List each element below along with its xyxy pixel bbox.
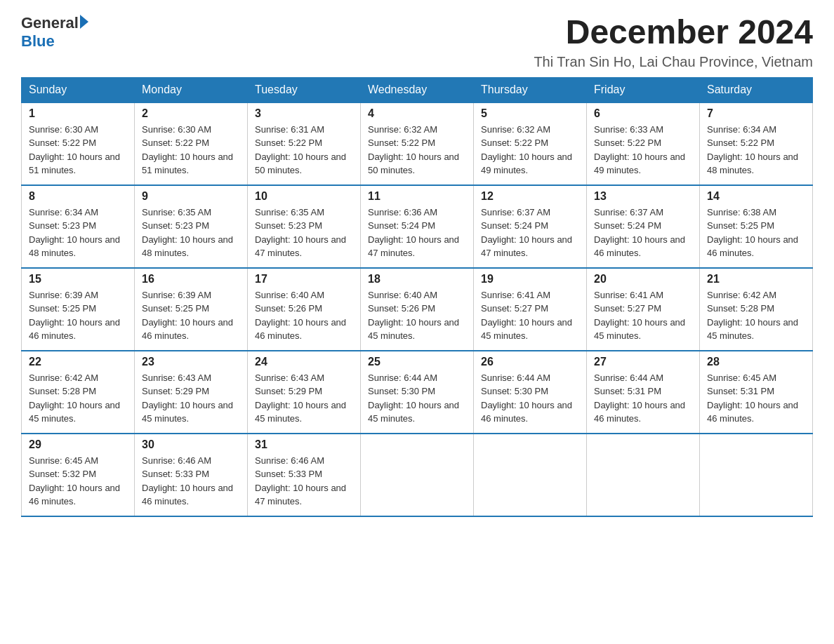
calendar-header-monday: Monday — [135, 77, 248, 102]
day-info: Sunrise: 6:32 AM Sunset: 5:22 PM Dayligh… — [481, 123, 579, 177]
calendar-cell: 27 Sunrise: 6:44 AM Sunset: 5:31 PM Dayl… — [587, 351, 700, 434]
day-info: Sunrise: 6:44 AM Sunset: 5:30 PM Dayligh… — [481, 371, 579, 426]
day-info: Sunrise: 6:35 AM Sunset: 5:23 PM Dayligh… — [255, 206, 353, 260]
day-info: Sunrise: 6:32 AM Sunset: 5:22 PM Dayligh… — [368, 123, 466, 177]
calendar-cell: 30 Sunrise: 6:46 AM Sunset: 5:33 PM Dayl… — [135, 434, 248, 516]
day-info: Sunrise: 6:34 AM Sunset: 5:23 PM Dayligh… — [29, 206, 127, 260]
day-info: Sunrise: 6:35 AM Sunset: 5:23 PM Dayligh… — [142, 206, 240, 260]
calendar-table: SundayMondayTuesdayWednesdayThursdayFrid… — [21, 77, 813, 517]
calendar-week-row: 29 Sunrise: 6:45 AM Sunset: 5:32 PM Dayl… — [22, 434, 813, 516]
location-title: Thi Tran Sin Ho, Lai Chau Province, Viet… — [534, 54, 813, 70]
day-info: Sunrise: 6:33 AM Sunset: 5:22 PM Dayligh… — [594, 123, 692, 177]
day-info: Sunrise: 6:37 AM Sunset: 5:24 PM Dayligh… — [594, 206, 692, 260]
calendar-cell: 15 Sunrise: 6:39 AM Sunset: 5:25 PM Dayl… — [22, 268, 135, 351]
day-info: Sunrise: 6:40 AM Sunset: 5:26 PM Dayligh… — [255, 288, 353, 343]
calendar-cell: 31 Sunrise: 6:46 AM Sunset: 5:33 PM Dayl… — [248, 434, 361, 516]
day-number: 29 — [29, 438, 127, 451]
calendar-cell — [474, 434, 587, 516]
month-title: December 2024 — [534, 14, 813, 51]
calendar-cell: 19 Sunrise: 6:41 AM Sunset: 5:27 PM Dayl… — [474, 268, 587, 351]
calendar-week-row: 15 Sunrise: 6:39 AM Sunset: 5:25 PM Dayl… — [22, 268, 813, 351]
calendar-header-saturday: Saturday — [700, 77, 813, 102]
calendar-cell: 11 Sunrise: 6:36 AM Sunset: 5:24 PM Dayl… — [361, 185, 474, 268]
calendar-header-tuesday: Tuesday — [248, 77, 361, 102]
calendar-cell — [361, 434, 474, 516]
title-area: December 2024 Thi Tran Sin Ho, Lai Chau … — [534, 14, 813, 70]
calendar-cell: 26 Sunrise: 6:44 AM Sunset: 5:30 PM Dayl… — [474, 351, 587, 434]
day-info: Sunrise: 6:40 AM Sunset: 5:26 PM Dayligh… — [368, 288, 466, 343]
day-number: 1 — [29, 107, 127, 120]
calendar-cell: 16 Sunrise: 6:39 AM Sunset: 5:25 PM Dayl… — [135, 268, 248, 351]
calendar-cell: 9 Sunrise: 6:35 AM Sunset: 5:23 PM Dayli… — [135, 185, 248, 268]
day-info: Sunrise: 6:37 AM Sunset: 5:24 PM Dayligh… — [481, 206, 579, 260]
calendar-cell: 12 Sunrise: 6:37 AM Sunset: 5:24 PM Dayl… — [474, 185, 587, 268]
calendar-week-row: 8 Sunrise: 6:34 AM Sunset: 5:23 PM Dayli… — [22, 185, 813, 268]
day-number: 10 — [255, 190, 353, 203]
day-number: 28 — [707, 356, 805, 368]
day-number: 2 — [142, 107, 240, 120]
day-number: 23 — [142, 356, 240, 368]
calendar-cell: 8 Sunrise: 6:34 AM Sunset: 5:23 PM Dayli… — [22, 185, 135, 268]
day-number: 4 — [368, 107, 466, 120]
day-number: 9 — [142, 190, 240, 203]
calendar-cell: 6 Sunrise: 6:33 AM Sunset: 5:22 PM Dayli… — [587, 102, 700, 185]
calendar-cell: 18 Sunrise: 6:40 AM Sunset: 5:26 PM Dayl… — [361, 268, 474, 351]
calendar-cell: 13 Sunrise: 6:37 AM Sunset: 5:24 PM Dayl… — [587, 185, 700, 268]
calendar-cell: 17 Sunrise: 6:40 AM Sunset: 5:26 PM Dayl… — [248, 268, 361, 351]
day-number: 3 — [255, 107, 353, 120]
day-number: 20 — [594, 273, 692, 286]
day-info: Sunrise: 6:41 AM Sunset: 5:27 PM Dayligh… — [594, 288, 692, 343]
day-number: 27 — [594, 356, 692, 368]
day-info: Sunrise: 6:46 AM Sunset: 5:33 PM Dayligh… — [255, 454, 353, 509]
calendar-cell: 25 Sunrise: 6:44 AM Sunset: 5:30 PM Dayl… — [361, 351, 474, 434]
day-info: Sunrise: 6:45 AM Sunset: 5:32 PM Dayligh… — [29, 454, 127, 509]
day-number: 25 — [368, 356, 466, 368]
logo: General Blue — [21, 14, 88, 51]
calendar-cell: 4 Sunrise: 6:32 AM Sunset: 5:22 PM Dayli… — [361, 102, 474, 185]
day-number: 15 — [29, 273, 127, 286]
day-info: Sunrise: 6:43 AM Sunset: 5:29 PM Dayligh… — [255, 371, 353, 426]
day-number: 18 — [368, 273, 466, 286]
page-header: General Blue December 2024 Thi Tran Sin … — [21, 14, 813, 70]
day-number: 17 — [255, 273, 353, 286]
calendar-cell: 24 Sunrise: 6:43 AM Sunset: 5:29 PM Dayl… — [248, 351, 361, 434]
calendar-cell: 5 Sunrise: 6:32 AM Sunset: 5:22 PM Dayli… — [474, 102, 587, 185]
calendar-header-row: SundayMondayTuesdayWednesdayThursdayFrid… — [22, 77, 813, 102]
day-number: 22 — [29, 356, 127, 368]
calendar-cell: 29 Sunrise: 6:45 AM Sunset: 5:32 PM Dayl… — [22, 434, 135, 516]
day-info: Sunrise: 6:34 AM Sunset: 5:22 PM Dayligh… — [707, 123, 805, 177]
calendar-cell: 1 Sunrise: 6:30 AM Sunset: 5:22 PM Dayli… — [22, 102, 135, 185]
calendar-cell: 28 Sunrise: 6:45 AM Sunset: 5:31 PM Dayl… — [700, 351, 813, 434]
day-info: Sunrise: 6:30 AM Sunset: 5:22 PM Dayligh… — [29, 123, 127, 177]
day-number: 7 — [707, 107, 805, 120]
calendar-header-thursday: Thursday — [474, 77, 587, 102]
calendar-cell: 21 Sunrise: 6:42 AM Sunset: 5:28 PM Dayl… — [700, 268, 813, 351]
day-info: Sunrise: 6:42 AM Sunset: 5:28 PM Dayligh… — [707, 288, 805, 343]
day-number: 26 — [481, 356, 579, 368]
logo-general-text: General — [21, 14, 79, 32]
calendar-week-row: 22 Sunrise: 6:42 AM Sunset: 5:28 PM Dayl… — [22, 351, 813, 434]
day-info: Sunrise: 6:44 AM Sunset: 5:31 PM Dayligh… — [594, 371, 692, 426]
day-number: 30 — [142, 438, 240, 451]
day-info: Sunrise: 6:43 AM Sunset: 5:29 PM Dayligh… — [142, 371, 240, 426]
calendar-cell — [700, 434, 813, 516]
calendar-header-friday: Friday — [587, 77, 700, 102]
day-info: Sunrise: 6:39 AM Sunset: 5:25 PM Dayligh… — [29, 288, 127, 343]
calendar-cell: 22 Sunrise: 6:42 AM Sunset: 5:28 PM Dayl… — [22, 351, 135, 434]
calendar-header-sunday: Sunday — [22, 77, 135, 102]
calendar-cell: 2 Sunrise: 6:30 AM Sunset: 5:22 PM Dayli… — [135, 102, 248, 185]
calendar-cell: 14 Sunrise: 6:38 AM Sunset: 5:25 PM Dayl… — [700, 185, 813, 268]
day-number: 24 — [255, 356, 353, 368]
day-info: Sunrise: 6:39 AM Sunset: 5:25 PM Dayligh… — [142, 288, 240, 343]
day-info: Sunrise: 6:38 AM Sunset: 5:25 PM Dayligh… — [707, 206, 805, 260]
calendar-cell: 20 Sunrise: 6:41 AM Sunset: 5:27 PM Dayl… — [587, 268, 700, 351]
day-number: 19 — [481, 273, 579, 286]
day-number: 12 — [481, 190, 579, 203]
calendar-cell — [587, 434, 700, 516]
day-number: 11 — [368, 190, 466, 203]
calendar-week-row: 1 Sunrise: 6:30 AM Sunset: 5:22 PM Dayli… — [22, 102, 813, 185]
calendar-cell: 7 Sunrise: 6:34 AM Sunset: 5:22 PM Dayli… — [700, 102, 813, 185]
day-info: Sunrise: 6:44 AM Sunset: 5:30 PM Dayligh… — [368, 371, 466, 426]
day-info: Sunrise: 6:30 AM Sunset: 5:22 PM Dayligh… — [142, 123, 240, 177]
day-number: 21 — [707, 273, 805, 286]
